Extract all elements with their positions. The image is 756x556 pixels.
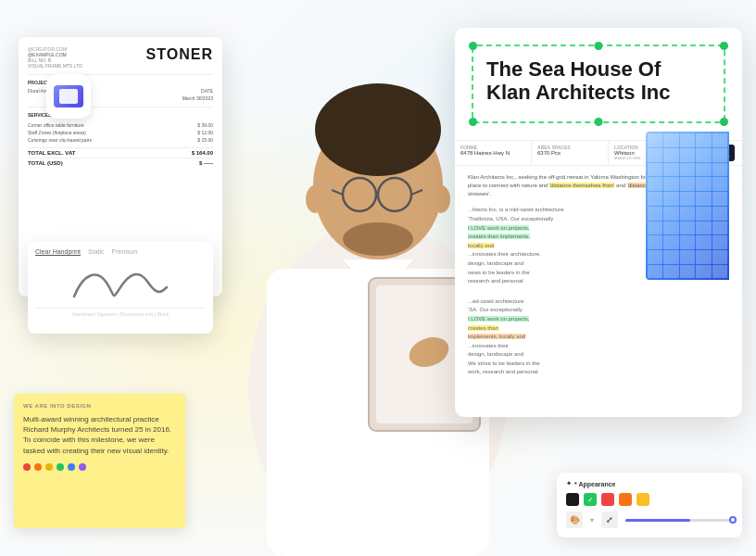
anchor-bl — [469, 118, 477, 126]
color-picker-icon: 🎨 — [570, 515, 580, 524]
slider-thumb — [729, 516, 737, 524]
slider-fill — [625, 519, 690, 522]
expand-icon: ⤢ — [606, 515, 613, 524]
main-scene: @CREATOR.COM @EXAMPLE.COM BILL NO: B VIS… — [0, 0, 756, 556]
invoice-logo-area: @CREATOR.COM @EXAMPLE.COM BILL NO: B VIS… — [28, 46, 82, 69]
color-amber[interactable] — [636, 493, 649, 506]
invoice-bill-to: VISUAL FRAME MTS LTD — [28, 63, 82, 69]
signature-svg — [65, 264, 176, 306]
building-grid — [646, 132, 729, 280]
invoice-total-exc: TOTAL EXCL. VAT $ 164.00 — [28, 147, 213, 156]
dot-orange — [34, 463, 42, 471]
architect-card-header-area: The Sea House Of Klan Architects Inc — [455, 28, 742, 140]
svg-point-2 — [315, 83, 441, 176]
invoice-services: Corner office table furniture $ 39.00 St… — [28, 121, 213, 144]
app-icon-inner — [54, 85, 83, 107]
anchor-br — [720, 118, 728, 126]
app-icon — [46, 74, 91, 119]
signature-area — [35, 261, 206, 308]
architect-text-column: ...htects Inc. is a mid-sized architectu… — [468, 206, 638, 377]
dot-purple — [79, 463, 86, 471]
appearance-star-icon: ✦ — [566, 480, 572, 487]
architect-content-row: ...htects Inc. is a mid-sized architectu… — [468, 206, 729, 377]
svg-point-11 — [343, 222, 413, 256]
anchor-tl — [469, 42, 477, 50]
anchor-tr — [720, 42, 728, 50]
architect-text-block-1: ...htects Inc. is a mid-sized architectu… — [468, 206, 638, 285]
architect-title: The Sea House Of Klan Architects Inc — [486, 57, 711, 105]
appearance-colors: ✓ — [566, 493, 733, 506]
dot-red — [23, 463, 31, 471]
architect-header: The Sea House Of Klan Architects Inc — [472, 44, 725, 123]
color-red[interactable] — [601, 493, 614, 506]
invoice-service-2: Staff Zones (fireplace areas) $ 12.00 — [28, 129, 213, 136]
app-icon-paper — [59, 89, 78, 104]
color-green[interactable]: ✓ — [584, 493, 597, 506]
invoice-total: TOTAL (USD) $ ----- — [28, 158, 213, 166]
architect-meta-area: Area Spaces 6370 Pcs — [532, 141, 609, 166]
content-wrapper: @CREATOR.COM @EXAMPLE.COM BILL NO: B VIS… — [0, 0, 756, 556]
chevron-down-icon: ▾ — [590, 516, 594, 524]
invoice-header: @CREATOR.COM @EXAMPLE.COM BILL NO: B VIS… — [28, 46, 213, 69]
svg-point-13 — [432, 185, 450, 213]
expand-btn[interactable]: ⤢ — [601, 512, 618, 528]
svg-point-12 — [306, 185, 324, 213]
building-image — [646, 132, 729, 280]
sticky-note: WE ARE INTO DESIGN Multi-award winning a… — [14, 394, 185, 528]
color-orange[interactable] — [619, 493, 632, 506]
signature-footer: Attachment Signature | Documents only | … — [35, 308, 206, 317]
color-picker-btn[interactable]: 🎨 — [566, 512, 583, 528]
anchor-bc — [595, 118, 603, 126]
anchor-tc — [595, 42, 603, 50]
appearance-tools: 🎨 ▾ ⤢ — [566, 512, 733, 528]
architect-card: The Sea House Of Klan Architects Inc For… — [455, 28, 742, 417]
sticky-dots — [23, 463, 176, 471]
signature-tab-3[interactable]: Premium — [112, 248, 138, 256]
architect-meta-forme: Forme 6478 Haines Hwy N — [455, 141, 532, 166]
invoice-date-label: DATE — [201, 88, 213, 94]
dot-yellow — [45, 463, 53, 471]
appearance-panel: ✦ * Appearance ✓ 🎨 ▾ — [557, 473, 742, 537]
dot-green — [57, 463, 64, 471]
building-rect — [646, 132, 729, 280]
color-black[interactable] — [566, 493, 579, 506]
invoice-title: STONER — [146, 46, 213, 63]
dot-blue — [68, 463, 75, 471]
signature-card: Clear Handprint Static Premium Attachmen… — [28, 241, 213, 334]
architect-text-block-2: ...ed-sized architecture 'SA. Our except… — [468, 297, 638, 377]
invoice-service-3: Colorings near city-based pairs $ 15.00 — [28, 136, 213, 144]
sticky-text: Multi-award winning architectural practi… — [23, 414, 176, 456]
architect-body: Klan Architects Inc., seeking the off-gr… — [455, 166, 742, 385]
sticky-label: WE ARE INTO DESIGN — [23, 403, 176, 409]
signature-tabs: Clear Handprint Static Premium — [35, 248, 206, 256]
invoice-service-1: Corner office table furniture $ 39.00 — [28, 121, 213, 129]
opacity-slider[interactable] — [625, 519, 733, 522]
signature-tab-2[interactable]: Static — [88, 248, 105, 256]
signature-tab-1[interactable]: Clear Handprint — [35, 248, 81, 256]
appearance-title: ✦ * Appearance — [566, 480, 733, 487]
